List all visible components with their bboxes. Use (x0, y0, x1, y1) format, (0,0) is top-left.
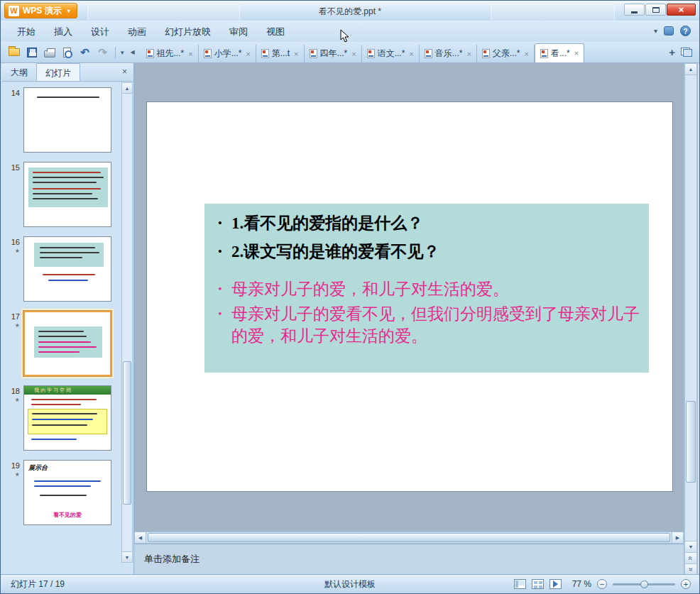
normal-view-icon[interactable] (514, 579, 526, 589)
tab-close-icon[interactable]: × (574, 49, 579, 57)
menu-design[interactable]: 设计 (82, 21, 119, 43)
document-icon (261, 49, 269, 58)
thumbnail-row-18: 18 ★ 我的学习空间 (2, 385, 120, 451)
minimize-icon (631, 11, 638, 13)
quick-access-dropdown-icon[interactable]: ▾ (121, 49, 124, 56)
vertical-scroll-thumb[interactable] (686, 401, 696, 483)
tab-close-icon[interactable]: × (525, 50, 529, 58)
doc-tab-sinian[interactable]: 四年...* × (305, 45, 362, 62)
scroll-down-icon[interactable]: ▼ (122, 551, 132, 562)
bullet-icon: • (209, 212, 231, 234)
print-button[interactable] (42, 45, 57, 60)
toolbar: ↶ ↷ ▾ ◀ 祖先...* × 小学...* × 第...t × (1, 42, 699, 63)
zoom-slider-handle[interactable] (640, 581, 648, 588)
tab-close-icon[interactable]: × (188, 50, 192, 58)
slide-canvas[interactable]: • 1.看不见的爱指的是什么？ • 2.课文写的是谁的爱看不见？ • 母亲对儿子… (146, 101, 673, 492)
doc-tab-di[interactable]: 第...t × (256, 45, 305, 62)
sidebar-scrollbar[interactable]: ▲ ▼ (121, 82, 133, 563)
print-preview-button[interactable] (60, 45, 75, 60)
zoom-in-button[interactable]: + (681, 579, 691, 589)
slide-thumbnail-15[interactable] (23, 162, 111, 227)
slide-nav-buttons: ▼ « « (685, 541, 696, 575)
tab-scroll-left-button[interactable]: ◀ (127, 45, 138, 60)
wps-presentation-window: W WPS 演示 ▾ 看不见的爱.ppt * × 开始 插入 设计 动画 幻灯片… (0, 0, 700, 594)
scroll-down-icon[interactable]: ▼ (685, 541, 696, 552)
bullet-icon: • (209, 303, 231, 347)
menu-animation[interactable]: 动画 (119, 21, 155, 43)
document-tabs: 祖先...* × 小学...* × 第...t × 四年...* × 语文...… (141, 42, 662, 62)
window-title: 看不见的爱.ppt * (1, 6, 699, 18)
maximize-button[interactable] (645, 4, 666, 16)
tab-slides[interactable]: 幻灯片 (36, 63, 80, 81)
bullet-text: 母亲对儿子的爱，和儿子对生活的爱。 (231, 278, 509, 300)
vertical-scrollbar[interactable]: ▲ ▼ « « (684, 63, 697, 576)
doc-tab-zuxian[interactable]: 祖先...* × (141, 45, 199, 62)
slide-thumbnail-18[interactable]: 我的学习空间 (23, 385, 111, 451)
titlebar: W WPS 演示 ▾ 看不见的爱.ppt * × (1, 1, 699, 21)
tab-list-icon[interactable] (681, 48, 692, 57)
mini-slide-footer: 看不见的爱 (24, 511, 111, 519)
close-button[interactable]: × (667, 4, 696, 16)
menu-review[interactable]: 审阅 (220, 21, 257, 43)
panel-close-icon[interactable]: × (116, 63, 133, 81)
tab-outline[interactable]: 大纲 (2, 63, 36, 81)
slide-thumbnail-17-selected[interactable] (23, 311, 111, 376)
tab-close-icon[interactable]: × (409, 50, 413, 58)
collapse-ribbon-icon[interactable]: ▾ (654, 27, 657, 35)
undo-button[interactable]: ↶ (77, 45, 92, 60)
menu-insert[interactable]: 插入 (45, 21, 82, 43)
bullet-icon: • (209, 241, 231, 263)
open-button[interactable] (6, 45, 21, 60)
doc-tab-yuwen[interactable]: 语文...* × (362, 45, 420, 62)
thumbnail-row-16: 16 ★ (2, 236, 120, 302)
document-icon (482, 49, 490, 58)
tab-close-icon[interactable]: × (351, 50, 356, 58)
next-slide-button[interactable]: « (685, 563, 696, 575)
notes-placeholder[interactable]: 单击添加备注 (134, 544, 684, 574)
doc-tab-kan-active[interactable]: 看...* × (535, 43, 584, 62)
thumbnail-row-14: 14 (2, 87, 120, 153)
scroll-right-icon[interactable]: ▶ (672, 532, 683, 543)
slide-thumbnail-16[interactable] (23, 236, 111, 302)
zoom-slider[interactable] (613, 579, 675, 589)
zoom-level: 77 % (567, 579, 591, 589)
menu-view[interactable]: 视图 (257, 21, 294, 43)
zoom-out-button[interactable]: − (597, 579, 607, 589)
doc-tab-fuqin[interactable]: 父亲...* × (477, 45, 535, 62)
sidebar-scroll-thumb[interactable] (123, 361, 131, 505)
previous-slide-button[interactable]: « (685, 552, 696, 563)
transition-star-icon: ★ (2, 248, 20, 254)
mini-slide-title: 展示台 (28, 463, 48, 473)
doc-tab-xiaoxue[interactable]: 小学...* × (199, 45, 256, 62)
redo-button[interactable]: ↷ (95, 45, 110, 60)
print-preview-icon (63, 48, 71, 57)
new-tab-button[interactable]: + (669, 46, 675, 58)
help-icon[interactable]: ? (680, 26, 691, 36)
slide-thumbnail-19[interactable]: 展示台 看不见的爱 (23, 460, 111, 525)
undo-icon: ↶ (80, 46, 89, 59)
horizontal-scrollbar[interactable]: ◀ ▶ (134, 532, 684, 544)
doc-tab-yinyue[interactable]: 音乐...* × (420, 45, 477, 62)
horizontal-scroll-thumb[interactable] (148, 533, 670, 542)
tab-close-icon[interactable]: × (246, 50, 250, 58)
play-icon (553, 581, 558, 588)
slide-sorter-view-icon[interactable] (532, 579, 544, 589)
document-icon (204, 49, 212, 58)
tab-close-icon[interactable]: × (466, 50, 471, 58)
document-icon (425, 49, 432, 58)
doc-tab-label: 音乐...* (435, 48, 463, 60)
minimize-button[interactable] (624, 4, 645, 16)
save-button[interactable] (24, 45, 39, 60)
slideshow-play-button[interactable] (549, 579, 562, 589)
slide-textbox[interactable]: • 1.看不见的爱指的是什么？ • 2.课文写的是谁的爱看不见？ • 母亲对儿子… (204, 204, 649, 373)
slide-thumbnail-14[interactable] (23, 87, 111, 153)
skin-style-icon[interactable] (664, 26, 674, 35)
quick-access-toolbar: ↶ ↷ ▾ ◀ (1, 45, 141, 60)
menu-start[interactable]: 开始 (8, 21, 45, 43)
scroll-left-icon[interactable]: ◀ (135, 532, 146, 543)
menu-slideshow[interactable]: 幻灯片放映 (155, 21, 220, 43)
window-controls: × (624, 4, 696, 16)
tab-close-icon[interactable]: × (294, 50, 298, 58)
scroll-up-icon[interactable]: ▲ (685, 64, 696, 75)
scroll-up-icon[interactable]: ▲ (122, 83, 132, 94)
